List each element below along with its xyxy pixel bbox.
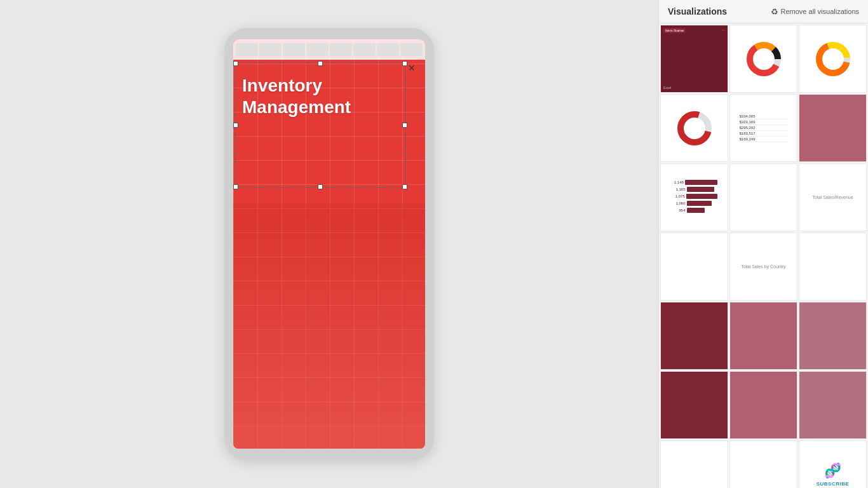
table-row-3: $295,292 [740, 125, 788, 131]
viz-cell-3[interactable] [799, 25, 867, 93]
phone-top-bar [233, 39, 425, 60]
phone-screen: ✕ Inventory Management [233, 39, 425, 449]
viz-cell-1[interactable]: Item Name ··· Excel [660, 25, 728, 93]
cell-1-footer: Excel [663, 86, 671, 90]
remove-all-button[interactable]: ♻ Remove all visualizations [771, 7, 860, 17]
donut-orange-red [730, 25, 797, 92]
close-selection-button[interactable]: ✕ [406, 62, 417, 74]
viz-cell-13[interactable] [660, 302, 728, 370]
bar-chart-mini: 1,148 1,165 1,075 1,060 954 [668, 176, 721, 219]
viz-label-sales-country: Total Sales by Country [738, 262, 788, 271]
bar-row-3: 1,075 [672, 194, 717, 199]
donut-red [661, 95, 728, 161]
visualizations-panel: Visualizations ♻ Remove all visualizatio… [658, 0, 868, 488]
viz-cell-5[interactable]: $334,005 $323,169 $295,292 $183,517 $169… [729, 94, 797, 162]
recycle-icon: ♻ [771, 7, 778, 17]
viz-cell-21-subscribe[interactable]: 🧬 SUBSCRIBE [799, 440, 867, 488]
viz-cell-19[interactable] [660, 440, 728, 488]
viz-cell-7[interactable]: 1,148 1,165 1,075 1,060 954 [660, 163, 728, 231]
top-bar-seg-7 [377, 43, 399, 56]
table-row-2: $323,169 [740, 119, 788, 125]
table-row-1: $334,005 [740, 114, 788, 119]
title-line-1: Inventory [242, 75, 351, 97]
viz-grid: Item Name ··· Excel [659, 24, 868, 488]
remove-all-label: Remove all visualizations [781, 8, 860, 15]
top-bar-seg-5 [330, 43, 352, 56]
table-row-5: $169,249 [740, 137, 788, 142]
top-bar-seg-6 [353, 43, 376, 56]
viz-cell-2[interactable] [729, 25, 797, 93]
viz-cell-17[interactable] [729, 371, 797, 439]
inventory-title: Inventory Management [242, 75, 351, 118]
donut-orange-yellow [799, 25, 866, 92]
subscribe-cell: 🧬 SUBSCRIBE [817, 463, 850, 487]
phone-background-image [233, 203, 425, 449]
viz-cell-8[interactable] [729, 163, 797, 231]
viz-cell-10[interactable] [660, 233, 728, 301]
viz-cell-15[interactable] [799, 302, 867, 370]
item-name-label: Item Name [663, 28, 686, 33]
viz-cell-16[interactable] [660, 371, 728, 439]
viz-cell-18[interactable] [799, 371, 867, 439]
viz-cell-9[interactable]: Total Sales/Revenue [799, 163, 867, 231]
viz-label-sales-revenue: Total Sales/Revenue [810, 193, 855, 202]
viz-cell-12[interactable] [799, 233, 867, 301]
bar-row-1: 1,148 [672, 180, 717, 185]
dna-icon: 🧬 [824, 463, 841, 479]
subscribe-label: SUBSCRIBE [817, 481, 850, 487]
phone-mockup: ✕ Inventory Management [224, 28, 434, 460]
top-bar-seg-4 [306, 43, 329, 56]
viz-cell-4[interactable] [660, 94, 728, 162]
table-row-4: $183,517 [740, 131, 788, 137]
panel-header: Visualizations ♻ Remove all visualizatio… [659, 0, 868, 24]
top-bar-seg-8 [400, 43, 423, 56]
top-bar-seg-1 [236, 43, 258, 56]
bar-row-4: 1,060 [672, 201, 717, 206]
top-bar-seg-3 [283, 43, 305, 56]
bar-row-2: 1,165 [672, 187, 717, 192]
title-line-2: Management [242, 97, 351, 118]
cell-1-icon: ··· [722, 28, 725, 32]
viz-cell-14[interactable] [729, 302, 797, 370]
phone-content: ✕ Inventory Management [233, 39, 425, 449]
viz-cell-11[interactable]: Total Sales by Country [729, 233, 797, 301]
table-values-mini: $334,005 $323,169 $295,292 $183,517 $169… [737, 111, 790, 145]
viz-cell-20[interactable] [729, 440, 797, 488]
viz-cell-6[interactable] [799, 94, 867, 162]
bar-row-5: 954 [672, 208, 717, 213]
top-bar-seg-2 [259, 43, 281, 56]
main-area: ✕ Inventory Management [0, 0, 658, 488]
panel-title: Visualizations [668, 6, 727, 17]
